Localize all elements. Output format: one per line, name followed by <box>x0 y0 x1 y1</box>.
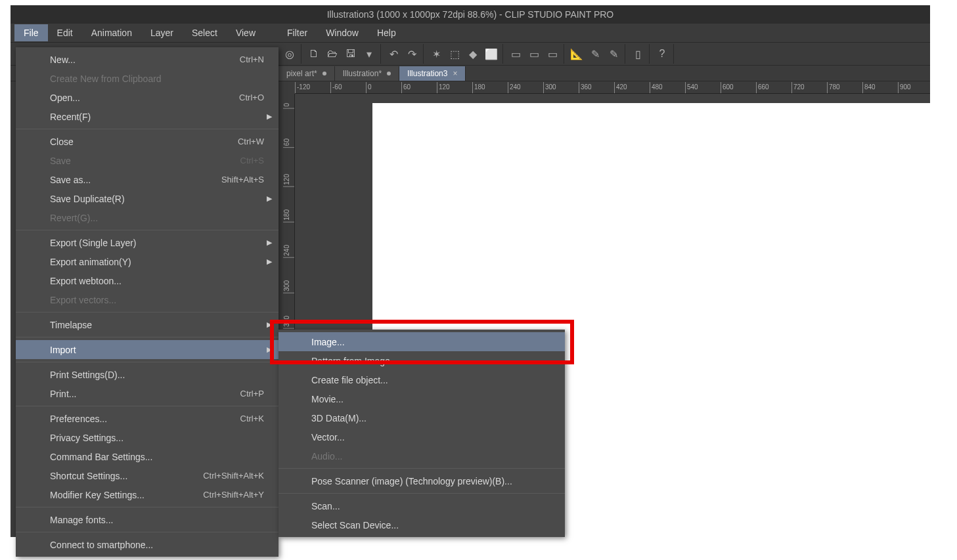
menu-edit[interactable]: Edit <box>48 24 82 41</box>
snap3-icon[interactable]: ▭ <box>544 45 561 62</box>
ruler3-icon[interactable]: ✎ <box>605 45 622 62</box>
menu-item-label: Create New from Clipboard <box>50 74 162 84</box>
menu-separator <box>16 532 278 532</box>
ruler2-icon[interactable]: ✎ <box>587 45 604 62</box>
doc-tab[interactable]: Illustration3× <box>399 66 466 81</box>
ruler-tick: 660 <box>756 82 769 94</box>
menu-item-recent-f[interactable]: Recent(F)▶ <box>16 107 278 126</box>
new-file-icon[interactable]: 🗋 <box>305 45 323 62</box>
open-file-icon[interactable]: 🗁 <box>324 45 341 62</box>
snap-icon[interactable]: ▭ <box>507 45 524 62</box>
undo-icon[interactable]: ↶ <box>385 45 402 62</box>
ruler-tick: 180 <box>472 82 485 94</box>
ruler-tick: 600 <box>721 82 734 94</box>
menu-item-label: Export animation(Y) <box>50 257 131 267</box>
fill-icon[interactable]: ◆ <box>464 45 481 62</box>
menu-separator <box>16 406 278 406</box>
menu-item-label: Command Bar Settings... <box>50 452 152 462</box>
snap2-icon[interactable]: ▭ <box>525 45 543 62</box>
menu-window[interactable]: Window <box>317 24 368 41</box>
menu-item-print[interactable]: Print...Ctrl+P <box>16 384 278 403</box>
menu-item-label: Import <box>50 345 76 355</box>
menu-item-manage-fonts[interactable]: Manage fonts... <box>16 510 278 529</box>
submenu-item-3d-data-m[interactable]: 3D Data(M)... <box>278 408 565 427</box>
menu-item-save-as[interactable]: Save as...Shift+Alt+S <box>16 170 278 189</box>
menu-item-privacy-settings[interactable]: Privacy Settings... <box>16 428 278 447</box>
menu-item-import[interactable]: Import▶ <box>16 340 278 359</box>
submenu-item-scan[interactable]: Scan... <box>278 496 565 515</box>
menu-animation[interactable]: Animation <box>82 24 141 41</box>
close-tab-icon[interactable]: × <box>453 69 457 78</box>
menu-item-label: Privacy Settings... <box>50 433 123 443</box>
menu-item-label: Recent(F) <box>50 112 91 122</box>
menu-layer[interactable]: Layer <box>141 24 183 41</box>
menu-item-label: Print Settings(D)... <box>50 370 125 380</box>
ruler-tick: 120 <box>283 174 295 187</box>
save-file-icon[interactable]: 🖫 <box>342 45 359 62</box>
submenu-arrow-icon: ▶ <box>267 345 272 354</box>
ruler-tick: 0 <box>283 103 295 109</box>
ruler-tick: 60 <box>401 82 411 94</box>
menu-shortcut: Ctrl+P <box>240 389 264 398</box>
submenu-item-movie[interactable]: Movie... <box>278 389 565 408</box>
help-icon[interactable]: ? <box>654 45 671 62</box>
menu-item-export-animation-y[interactable]: Export animation(Y)▶ <box>16 252 278 271</box>
submenu-item-create-file-object[interactable]: Create file object... <box>278 370 565 389</box>
menu-item-connect-to-smartphone[interactable]: Connect to smartphone... <box>16 535 278 554</box>
menu-item-export-single-layer[interactable]: Export (Single Layer)▶ <box>16 233 278 252</box>
redo-icon[interactable]: ↷ <box>403 45 420 62</box>
menu-shortcut: Ctrl+N <box>240 54 264 64</box>
menu-item-revert-g: Revert(G)... <box>16 208 278 227</box>
menu-item-preferences[interactable]: Preferences...Ctrl+K <box>16 409 278 428</box>
submenu-item-select-scan-device[interactable]: Select Scan Device... <box>278 515 565 534</box>
submenu-arrow-icon: ▶ <box>267 257 272 266</box>
menu-item-print-settings-d[interactable]: Print Settings(D)... <box>16 365 278 384</box>
menu-shortcut: Ctrl+O <box>239 93 264 102</box>
ruler-tick: 480 <box>650 82 663 94</box>
ruler-tick: 780 <box>827 82 840 94</box>
menu-item-modifier-key-settings[interactable]: Modifier Key Settings...Ctrl+Shift+Alt+Y <box>16 485 278 504</box>
submenu-item-pose-scanner-image-technology-preview-b[interactable]: Pose Scanner (image) (Technology preview… <box>278 471 565 490</box>
clear-icon[interactable]: ✶ <box>428 45 445 62</box>
menu-view[interactable]: View <box>227 24 265 41</box>
menu-item-shortcut-settings[interactable]: Shortcut Settings...Ctrl+Shift+Alt+K <box>16 466 278 485</box>
doc-tab[interactable]: Illustration* <box>335 66 399 81</box>
ruler-tick: -120 <box>295 82 310 94</box>
window-title: Illustration3 (1000 x 1000px 72dpi 88.6%… <box>327 9 614 20</box>
menu-shortcut: Shift+Alt+S <box>221 175 264 184</box>
ruler-tick: 240 <box>508 82 521 94</box>
submenu-item-image[interactable]: Image... <box>278 332 565 351</box>
clip-studio-icon[interactable]: ◎ <box>281 45 298 62</box>
menu-item-export-webtoon[interactable]: Export webtoon... <box>16 271 278 290</box>
menu-item-create-new-from-clipboard: Create New from Clipboard <box>16 69 278 88</box>
menu-item-label: Open... <box>50 93 80 103</box>
submenu-arrow-icon: ▶ <box>267 194 272 203</box>
menu-item-label: Revert(G)... <box>50 213 98 223</box>
menu-item-open[interactable]: Open...Ctrl+O <box>16 88 278 107</box>
menu-item-command-bar-settings[interactable]: Command Bar Settings... <box>16 447 278 466</box>
ruler-icon[interactable]: 📐 <box>568 45 585 62</box>
ruler-tick: 420 <box>614 82 627 94</box>
smartphone-icon[interactable]: ▯ <box>629 45 646 62</box>
menu-bar: FileEditAnimationLayerSelectViewFilterWi… <box>11 24 930 42</box>
menu-help[interactable]: Help <box>368 24 405 41</box>
ruler-tick: 360 <box>283 316 295 329</box>
submenu-arrow-icon: ▶ <box>267 320 272 329</box>
dropdown-icon[interactable]: ▾ <box>361 45 378 62</box>
menu-item-new[interactable]: New...Ctrl+N <box>16 50 278 69</box>
menu-item-label: Save as... <box>50 175 91 185</box>
menu-item-save-duplicate-r[interactable]: Save Duplicate(R)▶ <box>16 189 278 208</box>
submenu-item-audio: Audio... <box>278 446 565 465</box>
ruler-tick: 300 <box>543 82 556 94</box>
menu-file[interactable]: File <box>14 24 48 41</box>
menu-item-label: Shortcut Settings... <box>50 471 127 481</box>
doc-tab[interactable]: pixel art* <box>278 66 335 81</box>
menu-select[interactable]: Select <box>183 24 227 41</box>
submenu-item-pattern-from-image[interactable]: Pattern from Image... <box>278 351 565 370</box>
submenu-item-vector[interactable]: Vector... <box>278 427 565 446</box>
deselect-icon[interactable]: ⬚ <box>446 45 463 62</box>
menu-item-timelapse[interactable]: Timelapse▶ <box>16 315 278 334</box>
crop-icon[interactable]: ⬜ <box>483 45 500 62</box>
menu-item-close[interactable]: CloseCtrl+W <box>16 132 278 151</box>
menu-filter[interactable]: Filter <box>278 24 317 41</box>
